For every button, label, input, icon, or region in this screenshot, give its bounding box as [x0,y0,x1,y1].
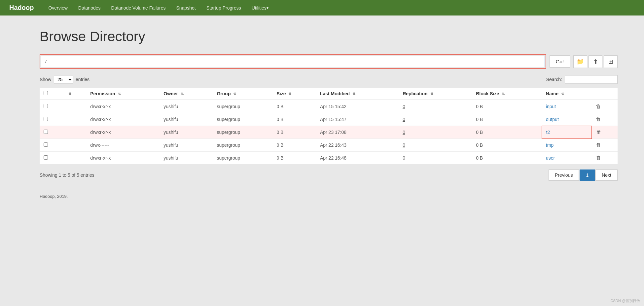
sort-icon-header: ⇅ [68,92,71,96]
row-size: 0 B [272,100,316,113]
row-permission: drwxr-xr-x [86,126,160,139]
replication-link[interactable]: 0 [403,104,405,109]
showing-text: Showing 1 to 5 of 5 entries [40,172,94,178]
nav-link-snapshot[interactable]: Snapshot [171,0,201,15]
row-name-cell[interactable]: t2 [542,126,592,139]
search-label: Search: [546,77,562,82]
row-checkbox[interactable] [44,117,48,121]
nav-link-startup-progress[interactable]: Startup Progress [201,0,246,15]
th-last-modified[interactable]: Last Modified ⇅ [316,88,399,100]
search-input[interactable] [565,75,618,84]
th-size[interactable]: Size ⇅ [272,88,316,100]
row-owner: yushifu [160,113,213,126]
name-link[interactable]: user [546,155,555,161]
go-button[interactable]: Go! [550,55,570,68]
page-title: Browse Directory [40,29,618,45]
th-replication[interactable]: Replication ⇅ [399,88,472,100]
th-sort-icon[interactable]: ⇅ [63,88,87,100]
show-entries: Show 25 50 100 entries [40,75,89,84]
nav-link-utilities[interactable]: Utilities [246,0,274,15]
replication-link[interactable]: 0 [403,130,405,135]
th-block-size[interactable]: Block Size ⇅ [472,88,542,100]
path-input[interactable] [41,56,545,67]
th-owner[interactable]: Owner ⇅ [160,88,213,100]
row-checkbox-cell[interactable] [40,113,63,126]
folder-icon-button[interactable]: 📁 [573,55,587,68]
row-name-cell[interactable]: tmp [542,139,592,152]
row-delete-cell[interactable]: 🗑 [592,100,618,113]
row-checkbox[interactable] [44,104,48,108]
row-delete-cell[interactable]: 🗑 [592,126,618,139]
row-delete-cell[interactable]: 🗑 [592,152,618,165]
row-name-cell[interactable]: user [542,152,592,165]
previous-button[interactable]: Previous [549,169,579,181]
row-block-size: 0 B [472,100,542,113]
row-checkbox[interactable] [44,130,48,134]
row-replication[interactable]: 0 [399,100,472,113]
delete-icon[interactable]: 🗑 [596,155,601,161]
row-sort-cell [63,126,87,139]
upload-icon-button[interactable]: ⬆ [589,55,602,68]
table-icon-button[interactable]: ⊞ [604,55,618,68]
nav-link-datanodes[interactable]: Datanodes [73,0,106,15]
table-header-row: ⇅ Permission ⇅ Owner ⇅ Group ⇅ Size ⇅ La… [40,88,618,100]
delete-icon[interactable]: 🗑 [596,142,601,148]
nav-link-overview[interactable]: Overview [43,0,73,15]
name-link[interactable]: output [546,117,559,122]
replication-link[interactable]: 0 [403,142,405,148]
name-link[interactable]: input [546,104,556,109]
row-delete-cell[interactable]: 🗑 [592,139,618,152]
upload-icon: ⬆ [593,58,598,65]
row-delete-cell[interactable]: 🗑 [592,113,618,126]
name-link[interactable]: t2 [546,130,550,135]
row-checkbox[interactable] [44,142,48,147]
row-checkbox[interactable] [44,155,48,160]
table-row: drwxr-xr-x yushifu supergroup 0 B Apr 15… [40,100,618,113]
row-block-size: 0 B [472,126,542,139]
row-checkbox-cell[interactable] [40,126,63,139]
table-icon: ⊞ [608,58,613,65]
th-name[interactable]: Name ⇅ [542,88,592,100]
select-all-checkbox[interactable] [44,91,48,95]
row-name-cell[interactable]: input [542,100,592,113]
row-last-modified: Apr 15 15:42 [316,100,399,113]
row-permission: drwxr-xr-x [86,152,160,165]
row-last-modified: Apr 23 17:08 [316,126,399,139]
row-checkbox-cell[interactable] [40,139,63,152]
row-checkbox-cell[interactable] [40,152,63,165]
row-replication[interactable]: 0 [399,152,472,165]
entries-select[interactable]: 25 50 100 [54,75,73,84]
th-group[interactable]: Group ⇅ [213,88,272,100]
row-replication[interactable]: 0 [399,113,472,126]
delete-icon[interactable]: 🗑 [596,116,601,122]
name-link[interactable]: tmp [546,142,554,148]
row-name-cell[interactable]: output [542,113,592,126]
replication-link[interactable]: 0 [403,155,405,161]
delete-icon[interactable]: 🗑 [596,104,601,109]
navbar: Hadoop OverviewDatanodesDatanode Volume … [0,0,644,15]
row-size: 0 B [272,139,316,152]
row-checkbox-cell[interactable] [40,100,63,113]
row-replication[interactable]: 0 [399,139,472,152]
page-1-button[interactable]: 1 [580,169,595,181]
show-label: Show [40,77,51,82]
row-owner: yushifu [160,126,213,139]
delete-icon[interactable]: 🗑 [596,129,601,135]
next-button[interactable]: Next [595,169,618,181]
row-sort-cell [63,152,87,165]
row-replication[interactable]: 0 [399,126,472,139]
table-row: drwx------ yushifu supergroup 0 B Apr 22… [40,139,618,152]
replication-link[interactable]: 0 [403,117,405,122]
th-checkbox[interactable] [40,88,63,100]
table-row: drwxr-xr-x yushifu supergroup 0 B Apr 23… [40,126,618,139]
navbar-links: OverviewDatanodesDatanode Volume Failure… [43,0,273,15]
row-block-size: 0 B [472,152,542,165]
row-owner: yushifu [160,152,213,165]
th-permission[interactable]: Permission ⇅ [86,88,160,100]
navbar-brand[interactable]: Hadoop [3,4,40,12]
search-box: Search: [546,75,618,84]
nav-link-datanode-volume-failures[interactable]: Datanode Volume Failures [106,0,171,15]
folder-icon: 📁 [577,58,584,65]
row-last-modified: Apr 15 15:47 [316,113,399,126]
row-last-modified: Apr 22 16:43 [316,139,399,152]
